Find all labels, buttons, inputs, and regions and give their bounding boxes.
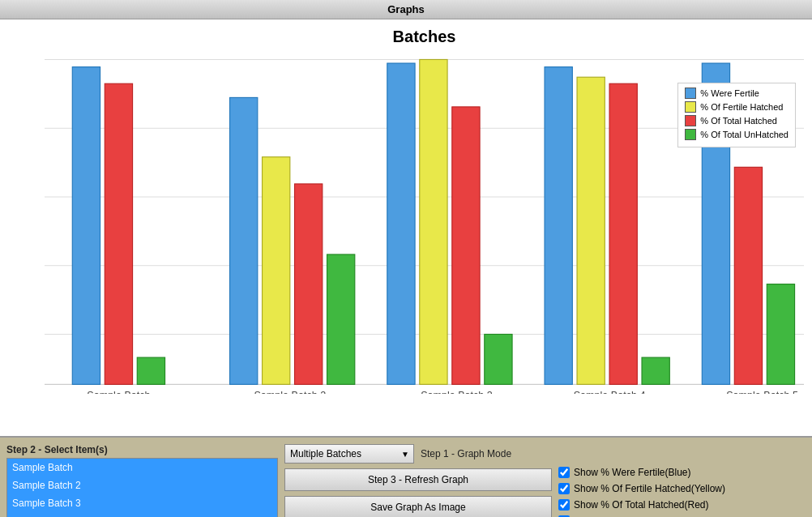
checkbox-label-fertile: Show % Were Fertile(Blue) — [574, 467, 691, 478]
left-panel: Step 2 - Select Item(s) Sample Batch Sam… — [6, 444, 278, 517]
legend-item-totalUnHatched: % Of Total UnHatched — [685, 129, 788, 140]
list-item[interactable]: Sample Batch — [7, 459, 277, 476]
legend-color-totalHatched — [685, 115, 696, 126]
svg-rect-18 — [327, 254, 355, 384]
legend-color-fertile — [685, 88, 696, 99]
svg-rect-23 — [545, 67, 572, 385]
svg-rect-13 — [105, 83, 132, 384]
svg-rect-12 — [72, 67, 100, 385]
checkbox-label-totalHatched: Show % Of Total Hatched(Red) — [574, 499, 709, 511]
legend-color-fertileHatched — [685, 101, 696, 113]
svg-rect-20 — [420, 59, 447, 384]
graph-title: Batches — [45, 28, 804, 46]
chart-container: 100.00 80.00 60.00 40.00 20.00 0.00 — [45, 50, 804, 394]
checkbox-label-fertileHatched: Show % Of Fertile Hatched(Yellow) — [574, 483, 725, 494]
svg-rect-16 — [263, 157, 290, 385]
title-bar: Graphs — [0, 0, 812, 19]
legend-color-totalUnHatched — [685, 129, 696, 140]
mode-select-wrapper[interactable]: Multiple Batches Single Batch — [284, 444, 414, 464]
list-item[interactable]: Sample Batch 3 — [7, 494, 277, 512]
checkbox-fertileHatched[interactable] — [558, 483, 570, 494]
checkbox-totalHatched[interactable] — [558, 499, 570, 511]
svg-rect-21 — [452, 107, 480, 384]
legend-label-totalHatched: % Of Total Hatched — [700, 116, 777, 126]
svg-rect-25 — [609, 83, 637, 384]
legend-item-totalHatched: % Of Total Hatched — [685, 115, 788, 126]
legend: % Were Fertile % Of Fertile Hatched % Of… — [677, 83, 796, 147]
bottom-panel: Step 2 - Select Item(s) Sample Batch Sam… — [0, 438, 812, 517]
refresh-graph-button[interactable]: Step 3 - Refresh Graph — [284, 468, 552, 491]
svg-rect-14 — [137, 357, 165, 384]
save-image-button[interactable]: Save Graph As Image — [284, 496, 552, 517]
svg-rect-28 — [734, 167, 762, 384]
list-item[interactable]: Sample Batch 2 — [7, 476, 277, 494]
right-panel: Show % Were Fertile(Blue) Show % Of Fert… — [558, 444, 806, 517]
mode-dropdown[interactable]: Multiple Batches Single Batch — [284, 444, 414, 464]
graph-area: Batches 100.00 80.00 60.00 40.00 20.00 0… — [0, 19, 812, 438]
checkbox-fertile[interactable] — [558, 467, 570, 478]
svg-rect-15 — [230, 97, 258, 384]
svg-text:Sample Batch 2: Sample Batch 2 — [254, 389, 326, 393]
legend-label-totalUnHatched: % Of Total UnHatched — [700, 130, 788, 139]
svg-rect-24 — [577, 77, 605, 384]
mode-row: Multiple Batches Single Batch Step 1 - G… — [284, 444, 552, 464]
title-text: Graphs — [387, 3, 425, 15]
step1-label: Step 1 - Graph Mode — [421, 448, 511, 459]
svg-rect-19 — [387, 63, 415, 384]
checkbox-row-totalHatched: Show % Of Total Hatched(Red) — [558, 499, 806, 511]
svg-rect-26 — [642, 357, 669, 384]
svg-rect-17 — [295, 184, 323, 384]
middle-panel: Multiple Batches Single Batch Step 1 - G… — [284, 444, 552, 517]
legend-item-fertileHatched: % Of Fertile Hatched — [685, 101, 788, 113]
svg-rect-29 — [767, 284, 794, 385]
list-item[interactable]: Sample Batch 4 — [7, 512, 277, 517]
main-container: Batches 100.00 80.00 60.00 40.00 20.00 0… — [0, 19, 812, 517]
svg-rect-22 — [485, 334, 512, 384]
checkbox-row-fertileHatched: Show % Of Fertile Hatched(Yellow) — [558, 483, 806, 494]
legend-item-fertile: % Were Fertile — [685, 88, 788, 99]
legend-label-fertile: % Were Fertile — [700, 88, 759, 98]
batch-list[interactable]: Sample Batch Sample Batch 2 Sample Batch… — [6, 458, 278, 517]
step2-label: Step 2 - Select Item(s) — [6, 444, 278, 455]
svg-text:Sample Batch 5: Sample Batch 5 — [726, 389, 798, 393]
legend-label-fertileHatched: % Of Fertile Hatched — [700, 102, 783, 112]
svg-text:Sample Batch 3: Sample Batch 3 — [421, 389, 493, 393]
svg-text:Sample Batch: Sample Batch — [87, 389, 150, 393]
svg-text:Sample Batch 4: Sample Batch 4 — [574, 389, 646, 393]
checkbox-row-fertile: Show % Were Fertile(Blue) — [558, 467, 806, 478]
